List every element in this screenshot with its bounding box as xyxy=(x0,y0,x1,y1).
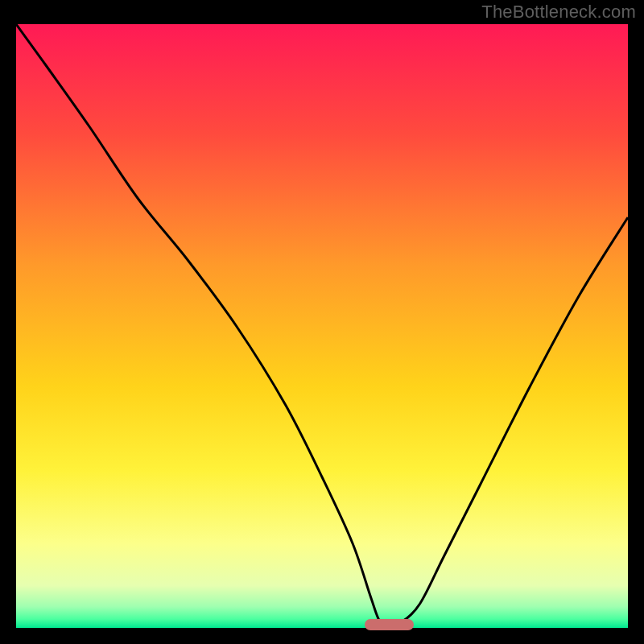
gradient-background xyxy=(16,24,628,628)
watermark-text: TheBottleneck.com xyxy=(481,2,636,23)
chart-container: TheBottleneck.com xyxy=(0,0,644,644)
plot-area xyxy=(16,24,628,628)
optimal-range-marker xyxy=(365,619,414,630)
chart-svg xyxy=(16,24,628,628)
